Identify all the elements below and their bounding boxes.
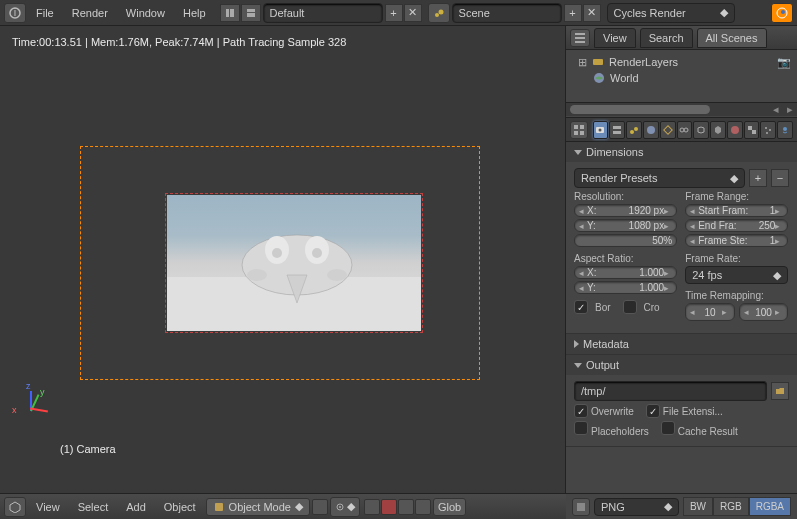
menu-window[interactable]: Window — [118, 3, 173, 23]
camera-name-label: (1) Camera — [60, 443, 116, 455]
render-engine-dropdown[interactable]: Cycles Render◆ — [607, 3, 735, 23]
color-mode-bw[interactable]: BW — [683, 497, 713, 516]
info-editor-icon[interactable]: i — [4, 3, 26, 23]
time-remap-label: Time Remapping: — [685, 290, 788, 301]
file-format-dropdown[interactable]: PNG◆ — [594, 498, 679, 516]
scene-add-button[interactable]: + — [564, 4, 582, 22]
frame-start-field[interactable]: ◂Start Fram:1▸ — [685, 204, 788, 217]
svg-rect-29 — [613, 131, 621, 134]
scene-dropdown[interactable]: Scene — [452, 3, 562, 23]
overwrite-checkbox[interactable] — [574, 404, 588, 418]
svg-rect-33 — [663, 125, 671, 133]
menu-render[interactable]: Render — [64, 3, 116, 23]
aspect-label: Aspect Ratio: — [574, 253, 677, 264]
outliner-tab-view[interactable]: View — [594, 28, 636, 48]
scale-manipulator-icon[interactable] — [415, 499, 431, 515]
file-ext-checkbox[interactable] — [646, 404, 660, 418]
tab-world-icon[interactable] — [643, 121, 659, 139]
resolution-y-field[interactable]: ◂Y:1080 px▸ — [574, 219, 677, 232]
viewport-3d[interactable]: Time:00:13.51 | Mem:1.76M, Peak:7.74M | … — [0, 26, 566, 493]
frame-end-field[interactable]: ◂End Fra:250▸ — [685, 219, 788, 232]
scene-delete-button[interactable]: ✕ — [583, 4, 601, 22]
svg-point-41 — [766, 132, 768, 134]
border-checkbox[interactable] — [574, 300, 588, 314]
mode-dropdown[interactable]: Object Mode◆ — [206, 498, 310, 516]
svg-rect-17 — [575, 33, 585, 35]
screen-layout-dropdown[interactable]: Default — [263, 3, 383, 23]
tab-scene-icon[interactable] — [626, 121, 642, 139]
tree-item-world[interactable]: World — [572, 70, 791, 86]
output-path-field[interactable]: /tmp/ — [574, 381, 767, 401]
preset-add-button[interactable]: + — [749, 169, 767, 187]
layout-next-icon[interactable] — [241, 4, 261, 22]
menu-file[interactable]: File — [28, 3, 62, 23]
properties-editor-icon[interactable] — [570, 121, 588, 139]
tab-data-icon[interactable] — [710, 121, 726, 139]
menu-add[interactable]: Add — [118, 497, 154, 517]
properties-header — [566, 118, 797, 142]
preset-remove-button[interactable]: − — [771, 169, 789, 187]
resolution-scale-field[interactable]: 50% — [574, 234, 677, 247]
menu-help[interactable]: Help — [175, 3, 214, 23]
frame-step-field[interactable]: ◂Frame Ste:1▸ — [685, 234, 788, 247]
viewport-shading-icon[interactable] — [312, 499, 328, 515]
layout-add-button[interactable]: + — [385, 4, 403, 22]
fps-dropdown[interactable]: 24 fps◆ — [685, 266, 788, 284]
render-presets-dropdown[interactable]: Render Presets◆ — [574, 168, 745, 188]
scene-browse-icon[interactable] — [428, 3, 450, 23]
placeholders-checkbox[interactable] — [574, 421, 588, 435]
tab-render-layers-icon[interactable] — [609, 121, 625, 139]
tab-constraints-icon[interactable] — [677, 121, 693, 139]
crop-checkbox[interactable] — [623, 300, 637, 314]
remap-new-field[interactable]: ◂100▸ — [739, 303, 789, 321]
outliner-tab-search[interactable]: Search — [640, 28, 693, 48]
svg-rect-19 — [575, 41, 585, 43]
tab-modifiers-icon[interactable] — [693, 121, 709, 139]
tab-physics-icon[interactable] — [777, 121, 793, 139]
menu-object[interactable]: Object — [156, 497, 204, 517]
view3d-editor-icon[interactable] — [4, 497, 26, 517]
tree-item-renderlayers[interactable]: ⊞ RenderLayers 📷 — [572, 54, 791, 70]
rotate-manipulator-icon[interactable] — [398, 499, 414, 515]
camera-passepartout — [80, 146, 480, 380]
folder-icon — [775, 386, 785, 396]
cache-checkbox[interactable] — [661, 421, 675, 435]
layout-name: Default — [270, 7, 305, 19]
manipulator-toggle-icon[interactable] — [364, 499, 380, 515]
outliner-tab-all-scenes[interactable]: All Scenes — [697, 28, 767, 48]
panel-dimensions-header[interactable]: Dimensions — [566, 142, 797, 162]
menu-view[interactable]: View — [28, 497, 68, 517]
output-format-row: PNG◆ BW RGB RGBA — [566, 493, 797, 519]
svg-point-36 — [731, 126, 739, 134]
tab-material-icon[interactable] — [727, 121, 743, 139]
panel-output-header[interactable]: Output — [566, 355, 797, 375]
transform-orientation-dropdown[interactable]: Glob — [433, 498, 466, 516]
tab-render-icon[interactable] — [593, 121, 609, 139]
layout-prev-icon[interactable] — [220, 4, 240, 22]
aspect-y-field[interactable]: ◂Y:1.000▸ — [574, 281, 677, 294]
resolution-x-field[interactable]: ◂X:1920 px▸ — [574, 204, 677, 217]
color-mode-rgba[interactable]: RGBA — [749, 497, 791, 516]
format-icon[interactable] — [572, 498, 590, 516]
svg-rect-43 — [215, 503, 223, 511]
aspect-x-field[interactable]: ◂X:1.000▸ — [574, 266, 677, 279]
panel-metadata-header[interactable]: Metadata — [566, 334, 797, 354]
remap-old-field[interactable]: ◂10▸ — [685, 303, 735, 321]
outliner-scrollbar[interactable]: ◂▸ — [566, 102, 797, 116]
file-browser-button[interactable] — [771, 382, 789, 400]
layout-delete-button[interactable]: ✕ — [404, 4, 422, 22]
translate-manipulator-icon[interactable] — [381, 499, 397, 515]
pivot-dropdown[interactable]: ◆ — [330, 497, 360, 517]
menu-select[interactable]: Select — [70, 497, 117, 517]
svg-point-16 — [327, 269, 347, 281]
restrict-icon[interactable]: 📷 — [777, 55, 791, 69]
outliner-editor-icon[interactable] — [570, 29, 590, 47]
color-mode-rgb[interactable]: RGB — [713, 497, 749, 516]
tab-particles-icon[interactable] — [760, 121, 776, 139]
svg-rect-22 — [574, 125, 578, 129]
svg-point-12 — [272, 248, 282, 258]
tab-texture-icon[interactable] — [744, 121, 760, 139]
svg-rect-4 — [247, 9, 255, 12]
tab-object-icon[interactable] — [660, 121, 676, 139]
svg-rect-23 — [580, 125, 584, 129]
